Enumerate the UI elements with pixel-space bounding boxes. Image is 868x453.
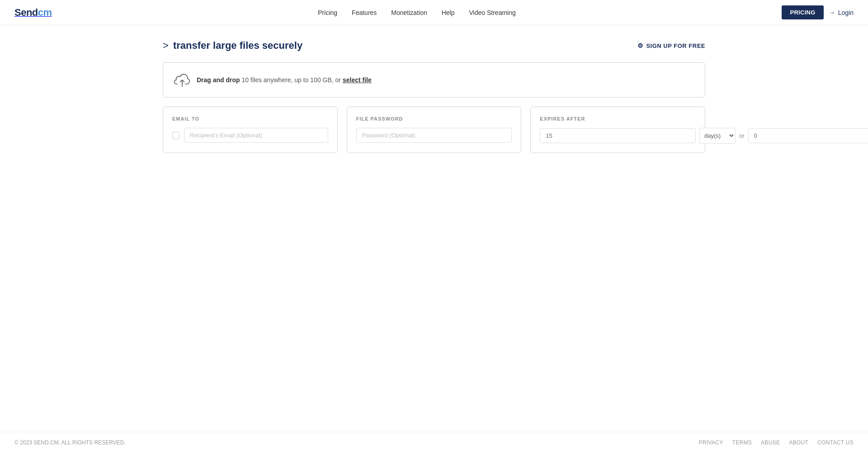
header-actions: PRICING → Login bbox=[782, 5, 854, 19]
footer-about[interactable]: ABOUT bbox=[789, 439, 808, 446]
nav-features[interactable]: Features bbox=[352, 9, 377, 16]
nav-pricing[interactable]: Pricing bbox=[318, 9, 337, 16]
signup-label: SIGN UP FOR FREE bbox=[646, 42, 705, 49]
upload-desc: 10 files anywhere, up to 100 GB, or bbox=[240, 76, 343, 84]
signup-icon: ⚙ bbox=[637, 42, 644, 49]
footer-abuse[interactable]: ABUSE bbox=[761, 439, 780, 446]
nav-video-streaming[interactable]: Video Streaming bbox=[469, 9, 516, 16]
nav-help[interactable]: Help bbox=[442, 9, 455, 16]
form-sections: EMAIL TO FILE PASSWORD EXPIRES AFTER day… bbox=[163, 107, 705, 153]
logo-cm: cm bbox=[38, 7, 52, 18]
title-text: transfer large files securely bbox=[173, 40, 302, 51]
pricing-button[interactable]: PRICING bbox=[782, 5, 823, 19]
expires-row: day(s) hour(s) week(s) or downloads bbox=[540, 128, 696, 144]
login-link[interactable]: → Login bbox=[829, 9, 854, 16]
expires-or: or bbox=[739, 132, 745, 139]
upload-select-link[interactable]: select file bbox=[343, 76, 372, 84]
login-arrow-icon: → bbox=[829, 9, 835, 16]
password-section: FILE PASSWORD bbox=[347, 107, 522, 153]
email-section: EMAIL TO bbox=[163, 107, 338, 153]
nav-monetization[interactable]: Monetization bbox=[391, 9, 427, 16]
copyright: © 2023 SEND.CM. ALL RIGHTS RESERVED. bbox=[14, 439, 126, 446]
page-header: > transfer large files securely ⚙ SIGN U… bbox=[163, 40, 705, 51]
upload-text: Drag and drop 10 files anywhere, up to 1… bbox=[197, 76, 372, 84]
email-input[interactable] bbox=[184, 128, 328, 143]
expires-section: EXPIRES AFTER day(s) hour(s) week(s) or … bbox=[530, 107, 705, 153]
footer-contact-us[interactable]: CONTACT US bbox=[817, 439, 854, 446]
logo[interactable]: Sendcm bbox=[14, 7, 52, 19]
password-input[interactable] bbox=[356, 128, 512, 143]
footer-links: PRIVACY TERMS ABUSE ABOUT CONTACT US bbox=[699, 439, 854, 446]
logo-send: Send bbox=[14, 7, 38, 18]
upload-area[interactable]: Drag and drop 10 files anywhere, up to 1… bbox=[163, 62, 705, 98]
signup-link[interactable]: ⚙ SIGN UP FOR FREE bbox=[637, 42, 705, 49]
title-arrow: > bbox=[163, 40, 169, 51]
page-title: > transfer large files securely bbox=[163, 40, 302, 51]
footer-privacy[interactable]: PRIVACY bbox=[699, 439, 723, 446]
expires-unit-select[interactable]: day(s) hour(s) week(s) bbox=[699, 128, 736, 144]
password-label: FILE PASSWORD bbox=[356, 116, 512, 121]
upload-cloud-icon bbox=[174, 72, 190, 88]
email-label: EMAIL TO bbox=[172, 116, 328, 121]
upload-bold: Drag and drop bbox=[197, 76, 240, 84]
expires-label: EXPIRES AFTER bbox=[540, 116, 696, 121]
footer: © 2023 SEND.CM. ALL RIGHTS RESERVED. PRI… bbox=[0, 432, 868, 453]
email-checkbox[interactable] bbox=[172, 132, 179, 139]
expires-days-input[interactable] bbox=[540, 128, 696, 143]
footer-terms[interactable]: TERMS bbox=[732, 439, 752, 446]
login-label: Login bbox=[838, 9, 854, 16]
main-nav: Pricing Features Monetization Help Video… bbox=[318, 9, 515, 16]
expires-downloads-input[interactable] bbox=[748, 128, 868, 143]
email-input-wrapper bbox=[172, 128, 328, 143]
